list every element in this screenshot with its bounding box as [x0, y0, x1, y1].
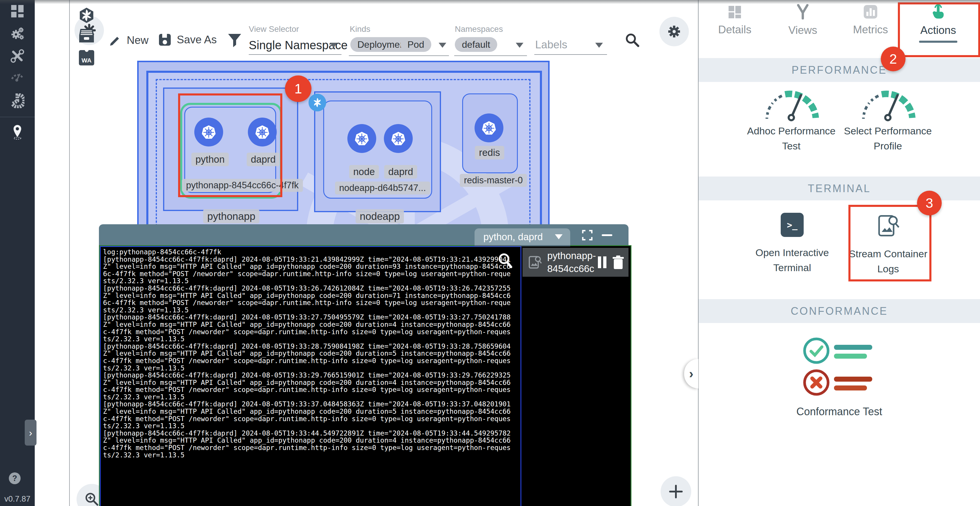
labels-caret-icon[interactable] [595, 43, 603, 48]
action-conformance-test[interactable]: Conformance Test [789, 336, 889, 420]
terminal-log-line: [pythonapp-8454cc66c-4f7fk:daprd] 2024-0… [103, 430, 511, 437]
help-button[interactable]: ? [9, 472, 21, 484]
pod-name-label: redis-master-0 [460, 174, 527, 187]
delete-stream-icon[interactable] [612, 255, 624, 269]
labels-underline [534, 54, 607, 55]
terminal-log-line: [pythonapp-8454cc66c-4f7fk:daprd] 2024-0… [103, 343, 511, 350]
details-panel: Details Views Metrics Actions 2 PERFORMA… [698, 0, 980, 506]
terminal-log-line: c-4f7fk method="POST /neworder" scope=da… [103, 444, 511, 452]
stream-logs-icon [527, 254, 543, 270]
labels-field[interactable]: Labels [535, 38, 567, 51]
new-view-button[interactable]: New [109, 34, 148, 47]
rail-divider [0, 117, 35, 117]
container-selector-dropdown[interactable]: python, daprd [474, 228, 570, 246]
log-stream-tab-label: pythonapp- 8454cc66c [547, 249, 597, 275]
conformance-icon [801, 336, 878, 398]
terminal-log-line: Z" level=info msg="HTTP API Called" app_… [103, 350, 511, 357]
terminal-log-line: 6c-4f7fk method="POST /neworder" scope=d… [103, 270, 511, 278]
panel-collapse-button[interactable]: › [684, 359, 698, 388]
gauge-icon [760, 87, 822, 122]
section-conformance-header: CONFORMANCE [698, 299, 980, 323]
rail-expand-button[interactable]: › [25, 420, 37, 445]
terminal-log-line: Z" level=info msg="HTTP API Called" app_… [103, 437, 511, 444]
terminal-log-line: Z" level=info msg="HTTP API Called" app_… [103, 263, 511, 270]
kinds-caret-icon[interactable] [439, 43, 446, 48]
search-icon[interactable] [625, 32, 640, 49]
terminal-log-line: [pythonapp-8454cc66c-4f7fk:daprd] 2024-0… [103, 314, 511, 321]
terminal-log-line: [pythonapp-8454cc66c-4f7fk:daprd] 2024-0… [103, 372, 511, 379]
kinds-underline [349, 56, 449, 56]
panel-divider [698, 0, 698, 506]
terminal-log-line: sts/2.32.3 ver=1.13.5 [103, 306, 511, 314]
pod-name-label: nodeapp-d64b5747... [335, 182, 430, 195]
tab-details[interactable]: Details [702, 5, 767, 36]
archive-app-icon[interactable] [78, 28, 95, 44]
minimize-icon[interactable] [602, 234, 612, 236]
fullscreen-icon[interactable] [582, 230, 593, 241]
mesh-chart-icon[interactable] [10, 94, 24, 108]
container-selector-caret-icon [555, 234, 563, 239]
terminal-log-line: Z" level=info msg="HTTP API Called" app_… [103, 408, 511, 415]
kind-chip-pod[interactable]: Pod [400, 37, 431, 52]
namespaces-caret-icon[interactable] [516, 43, 523, 48]
save-as-label: Save As [177, 34, 217, 46]
wa-notch [85, 48, 89, 52]
terminal-log-line: [pythonapp-8454cc66c-4f7fk:daprd] 2024-0… [103, 285, 511, 292]
location-pin-icon[interactable] [10, 125, 24, 139]
terminal-log-line: Z" level=info msg="HTTP API Called" app_… [103, 379, 511, 386]
save-as-button[interactable]: Save As [158, 33, 217, 46]
filter-funnel-icon[interactable] [227, 33, 242, 49]
container-redis[interactable] [474, 113, 503, 142]
annotation-box-2 [898, 2, 980, 57]
tab-views[interactable]: Views [770, 4, 835, 37]
view-selector-caret-icon[interactable] [330, 43, 337, 48]
performance-gauge-icon[interactable] [10, 69, 24, 83]
view-selector-underline [249, 54, 342, 55]
webassembly-app-icon[interactable]: WA [79, 50, 94, 65]
namespace-chip-default[interactable]: default [455, 37, 497, 52]
container-daprd-node[interactable] [384, 124, 413, 153]
terminal-log-line: c-4f7fk method="POST /neworder" scope=da… [103, 328, 511, 336]
terminal-log-line: [pythonapp-8454cc66c-4f7fk:daprd] 2024-0… [103, 256, 511, 263]
terminal-log-line: ts/2.32.3 ver=1.13.5 [103, 452, 511, 459]
wa-label: WA [81, 57, 92, 64]
namespaces-underline [454, 56, 527, 56]
container-selector-value: python, daprd [484, 231, 555, 243]
components-gears-icon[interactable] [10, 27, 24, 41]
app-rail: WA › [35, 0, 70, 506]
terminal-log-line: sts/2.32.3 ver=1.13.5 [103, 277, 511, 285]
terminal-log-line: c-4f7fk method="POST /neworder" scope=da… [103, 415, 511, 423]
dashboard-icon[interactable] [10, 4, 24, 18]
container-label: node [349, 165, 379, 179]
terminal-log-line: log:pythonapp-8454cc66c-4f7fk [103, 249, 511, 256]
section-performance-header: PERFORMANCE [698, 58, 980, 82]
app-window: › ? v0.7.87 WA › New Save As View Select… [0, 0, 980, 506]
gauge-icon [857, 87, 919, 122]
terminal-log-line: 6c-4f7fk method="POST /neworder" scope=d… [103, 299, 511, 306]
tab-metrics[interactable]: Metrics [838, 5, 903, 36]
annotation-badge-1: 1 [285, 75, 312, 102]
pause-stream-icon[interactable] [597, 256, 609, 269]
terminal-header[interactable]: python, daprd [99, 224, 628, 245]
terminal-log-line: Z" level=info msg="HTTP API Called" app_… [103, 321, 511, 328]
terminal-log-line: c-4f7fk method="POST /neworder" scope=da… [103, 357, 511, 364]
terminal-log-line: ts/2.32.3 ver=1.13.5 [103, 393, 511, 401]
annotation-box-3 [848, 205, 931, 281]
terminal-log-line: ts/2.32.3 ver=1.13.5 [103, 335, 511, 343]
dapr-app-icon[interactable] [78, 7, 95, 24]
terminal-log-area[interactable]: log:pythonapp-8454cc66c-4f7fk[pythonapp-… [100, 246, 521, 506]
terminal-log-line: c-4f7fk method="POST /neworder" scope=da… [103, 386, 511, 393]
log-stream-tab[interactable]: pythonapp- 8454cc66c [523, 248, 628, 277]
container-node[interactable] [347, 124, 376, 153]
action-select-performance-profile[interactable]: Select Performance Profile [838, 87, 938, 153]
terminal-window: log:pythonapp-8454cc66c-4f7fk[pythonapp-… [99, 245, 632, 506]
add-button[interactable] [660, 476, 691, 506]
window-top-shadow [0, 0, 980, 4]
annotation-badge-2: 2 [881, 46, 905, 71]
action-open-interactive-terminal[interactable]: >_ Open Interactive Terminal [742, 213, 842, 275]
deployment-name-label: nodeapp [356, 209, 404, 223]
tools-icon[interactable] [10, 49, 24, 63]
action-adhoc-performance-test[interactable]: Adhoc Performance Test [741, 87, 842, 153]
settings-gear-button[interactable] [659, 17, 689, 46]
log-search-icon[interactable] [498, 253, 514, 269]
